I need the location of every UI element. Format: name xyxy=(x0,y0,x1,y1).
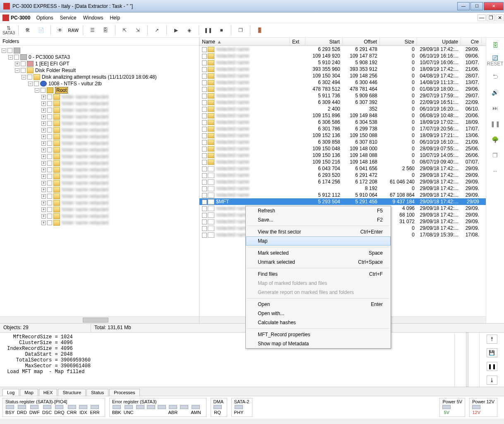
tools-icon[interactable]: 🛠 xyxy=(22,24,34,36)
ctx-map[interactable]: Map xyxy=(246,236,391,246)
menu-help[interactable]: Help xyxy=(110,15,120,21)
db-icon[interactable]: 🗄 xyxy=(99,24,112,36)
ctx-mark-selected[interactable]: Mark selectedSpace xyxy=(246,248,391,258)
table-row[interactable]: redacted name6 293 5266 291 478029/09/18… xyxy=(199,46,486,53)
row-checkbox[interactable] xyxy=(202,100,207,105)
table-row[interactable]: redacted name478 783 512478 781 464001/0… xyxy=(199,86,486,92)
col-update[interactable]: Update xyxy=(417,38,461,46)
tab-status[interactable]: Status xyxy=(86,389,108,396)
back-icon[interactable]: ⮌ xyxy=(490,71,501,82)
table-row[interactable]: redacted name6 174 2566 172 20861 046 24… xyxy=(199,178,486,185)
table-row[interactable]: redacted name5 912 1125 910 06467 108 86… xyxy=(199,192,486,198)
row-checkbox[interactable] xyxy=(202,120,207,125)
table-row[interactable]: redacted name6 302 4946 300 446014/08/19… xyxy=(199,79,486,86)
folder-tree[interactable]: − −0 - PC3000 SATA3 +1 [EE] EFI GPT −Dis… xyxy=(0,46,199,316)
copy-icon[interactable]: ❐ xyxy=(234,24,247,36)
row-checkbox[interactable] xyxy=(202,113,207,118)
table-row[interactable]: redacted name109 150 048109 148 000028/0… xyxy=(199,145,486,152)
log-copy-button[interactable]: ⭳ xyxy=(487,376,497,385)
ctx-mft-record-properties[interactable]: MFT_Record properties xyxy=(246,330,391,339)
ctx-show-map-of-metadata[interactable]: Show map of Metadata xyxy=(246,339,391,348)
table-row[interactable]: redacted name109 151 896109 149 848006/0… xyxy=(199,112,486,119)
tree-icon[interactable]: 🌳 xyxy=(490,134,501,145)
row-checkbox[interactable] xyxy=(202,166,207,171)
report-icon[interactable]: 📄 xyxy=(35,24,47,36)
table-row[interactable]: redacted name109 149 920109 147 872006/1… xyxy=(199,53,486,59)
row-checkbox[interactable] xyxy=(202,233,207,238)
horizontal-scrollbar[interactable] xyxy=(0,316,199,323)
row-checkbox[interactable] xyxy=(202,160,207,165)
col-offset[interactable]: Offset xyxy=(343,38,380,46)
mdi-minimize-button[interactable]: — xyxy=(478,14,486,21)
table-row[interactable]: redacted name5 911 7365 909 688029/07/19… xyxy=(199,92,486,99)
row-checkbox[interactable] xyxy=(202,186,207,191)
down-icon[interactable]: ⇲ xyxy=(132,24,144,36)
row-checkbox[interactable] xyxy=(202,180,207,185)
pause-side-icon[interactable]: ❚❚ xyxy=(490,118,501,130)
table-row[interactable]: redacted name109 150 216109 148 168008/0… xyxy=(199,159,486,165)
ctx-view-the-first-sector[interactable]: View the first sectorCtrl+Enter xyxy=(246,227,391,236)
row-checkbox[interactable] xyxy=(202,133,207,138)
next-icon[interactable]: ⏭ xyxy=(490,102,501,114)
maximize-button[interactable]: ☐ xyxy=(470,2,483,10)
ctx-open[interactable]: OpenEnter xyxy=(246,300,391,309)
exit-icon[interactable]: 🚪 xyxy=(253,24,266,36)
row-checkbox[interactable] xyxy=(202,107,207,112)
table-row[interactable]: redacted name109 150 136109 148 088010/0… xyxy=(199,152,486,159)
up-icon[interactable]: ⇱ xyxy=(118,24,131,36)
context-menu[interactable]: RefreshF5Save...F2View the first sectorC… xyxy=(245,206,391,349)
raw-button[interactable]: RAW xyxy=(67,24,79,36)
close-button[interactable]: ✕ xyxy=(484,2,504,10)
log-save-button[interactable]: 💾 xyxy=(487,348,497,357)
log-scrollbar[interactable] xyxy=(466,332,468,387)
pause-icon[interactable]: ❚❚ xyxy=(202,24,214,36)
tab-processes[interactable]: Processes xyxy=(109,389,139,396)
mdi-close-button[interactable]: ✕ xyxy=(496,14,504,21)
ctx-save-[interactable]: Save...F2 xyxy=(246,215,391,224)
row-checkbox[interactable] xyxy=(202,226,207,231)
ctx-unmark-selected[interactable]: Unmark selectedCtrl+Space xyxy=(246,258,391,267)
table-row[interactable]: redacted name6 309 4406 307 392022/09/19… xyxy=(199,99,486,106)
row-checkbox[interactable] xyxy=(202,94,207,99)
horizontal-icon[interactable]: ↔ xyxy=(490,165,501,177)
binocular-icon[interactable]: 👁 xyxy=(54,24,66,36)
table-row[interactable]: redacted name109 152 136109 150 088018/0… xyxy=(199,132,486,139)
table-row[interactable]: redacted name8 192029/09/18 17:42:...29/… xyxy=(199,185,486,192)
row-checkbox[interactable] xyxy=(202,147,207,152)
row-checkbox[interactable] xyxy=(202,60,207,65)
mdi-restore-button[interactable]: ❐ xyxy=(487,14,495,21)
row-checkbox[interactable] xyxy=(202,200,207,205)
tab-log[interactable]: Log xyxy=(2,389,19,396)
tab-hex[interactable]: HEX xyxy=(39,389,58,396)
tab-map[interactable]: Map xyxy=(20,389,38,396)
row-checkbox[interactable] xyxy=(202,74,207,79)
play-icon[interactable]: ▶ xyxy=(170,24,182,36)
log-pause-button[interactable]: ❚❚ xyxy=(487,362,497,371)
table-row[interactable]: redacted name6 301 7866 299 738017/07/19… xyxy=(199,125,486,132)
col-created[interactable]: Cre xyxy=(461,38,482,46)
row-checkbox[interactable] xyxy=(202,87,207,92)
col-name[interactable]: Name ▲ xyxy=(199,38,290,46)
stack-icon[interactable]: ☰ xyxy=(86,24,98,36)
row-checkbox[interactable] xyxy=(202,153,207,158)
diamond-icon[interactable]: ◈ xyxy=(183,24,195,36)
row-checkbox[interactable] xyxy=(202,213,207,218)
column-headers[interactable]: Name ▲ Ext Start Offset Size Update Cre xyxy=(199,38,486,46)
row-checkbox[interactable] xyxy=(202,80,207,85)
table-row[interactable]: redacted name6 306 5866 304 538018/09/19… xyxy=(199,119,486,125)
table-row[interactable]: $MFT5 293 5045 291 4569 437 18429/09/18 … xyxy=(199,198,486,205)
table-row[interactable]: redacted name109 150 304109 148 256004/0… xyxy=(199,72,486,79)
copy2-icon[interactable]: ❐ xyxy=(490,149,501,161)
col-ext[interactable]: Ext xyxy=(290,38,305,46)
ctx-calculate-hashes[interactable]: Calculate hashes xyxy=(246,318,391,327)
menu-options[interactable]: Options xyxy=(36,15,53,21)
col-start[interactable]: Start xyxy=(305,38,343,46)
log-up-button[interactable]: ⭱ xyxy=(487,335,497,344)
row-checkbox[interactable] xyxy=(202,47,207,52)
menu-service[interactable]: Service xyxy=(60,15,77,21)
ctx-find-files[interactable]: Find filesCtrl+F xyxy=(246,270,391,279)
row-checkbox[interactable] xyxy=(202,67,207,72)
stop-icon[interactable]: ■ xyxy=(215,24,228,36)
table-row[interactable]: redacted name6 309 8586 307 810006/10/19… xyxy=(199,139,486,145)
ctx-refresh[interactable]: RefreshF5 xyxy=(246,206,391,215)
